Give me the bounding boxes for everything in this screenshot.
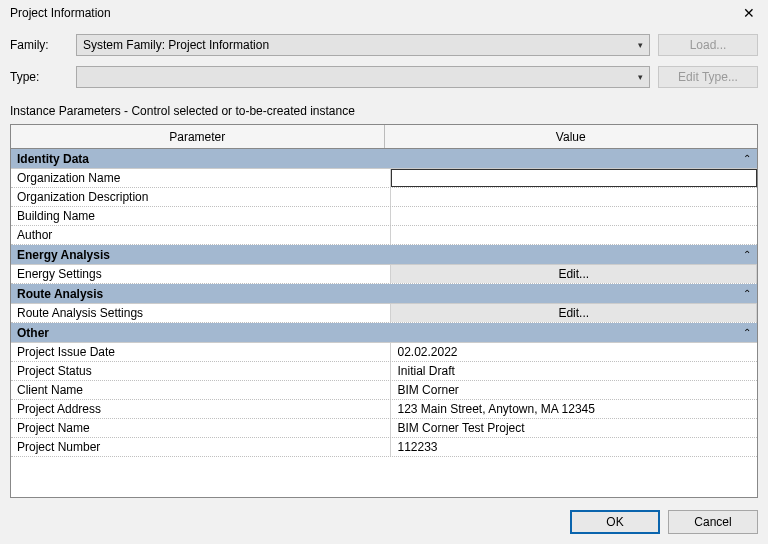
table-row: Project Issue Date 02.02.2022 [11,343,757,362]
org-desc-input[interactable] [391,188,757,206]
group-title: Other [17,326,49,340]
project-info-dialog: Project Information ✕ Family: System Fam… [0,0,768,544]
table-row: Project Name BIM Corner Test Project [11,419,757,438]
collapse-icon: ⌃ [743,327,751,338]
titlebar: Project Information ✕ [10,0,758,24]
table-row: Project Status Initial Draft [11,362,757,381]
client-input[interactable]: BIM Corner [391,381,757,399]
table-header: Parameter Value [11,125,757,149]
col-parameter: Parameter [11,125,385,148]
group-title: Energy Analysis [17,248,110,262]
param-name: Route Analysis Settings [11,304,391,322]
table-empty-space [11,457,757,497]
table-row: Project Address 123 Main Street, Anytown… [11,400,757,419]
project-number-input[interactable]: 112233 [391,438,757,456]
collapse-icon: ⌃ [743,288,751,299]
group-title: Identity Data [17,152,89,166]
energy-edit-button[interactable]: Edit... [391,265,757,283]
param-name: Building Name [11,207,391,225]
group-energy-analysis[interactable]: Energy Analysis ⌃ [11,245,757,265]
table-row: Route Analysis Settings Edit... [11,304,757,323]
table-row: Author [11,226,757,245]
param-name: Client Name [11,381,391,399]
group-identity-data[interactable]: Identity Data ⌃ [11,149,757,169]
table-row: Project Number 112233 [11,438,757,457]
table-row: Energy Settings Edit... [11,265,757,284]
load-button: Load... [658,34,758,56]
project-name-input[interactable]: BIM Corner Test Project [391,419,757,437]
col-value: Value [385,125,758,148]
param-name: Organization Name [11,169,391,187]
param-name: Organization Description [11,188,391,206]
collapse-icon: ⌃ [743,153,751,164]
dialog-footer: OK Cancel [10,498,758,544]
family-value: System Family: Project Information [83,38,269,52]
table-row: Building Name [11,207,757,226]
route-edit-button[interactable]: Edit... [391,304,757,322]
table-row: Organization Description [11,188,757,207]
type-dropdown[interactable]: ▾ [76,66,650,88]
param-name: Project Status [11,362,391,380]
issue-date-input[interactable]: 02.02.2022 [391,343,757,361]
param-name: Project Address [11,400,391,418]
instance-parameters-label: Instance Parameters - Control selected o… [10,104,758,118]
close-icon[interactable]: ✕ [740,5,758,21]
table-row: Organization Name [11,169,757,188]
address-input[interactable]: 123 Main Street, Anytown, MA 12345 [391,400,757,418]
type-row: Type: ▾ Edit Type... [10,66,758,88]
table-row: Client Name BIM Corner [11,381,757,400]
edit-type-button: Edit Type... [658,66,758,88]
dialog-title: Project Information [10,6,111,20]
chevron-down-icon: ▾ [638,40,643,50]
author-input[interactable] [391,226,757,244]
family-dropdown[interactable]: System Family: Project Information ▾ [76,34,650,56]
collapse-icon: ⌃ [743,249,751,260]
family-row: Family: System Family: Project Informati… [10,34,758,56]
type-label: Type: [10,70,68,84]
cancel-button[interactable]: Cancel [668,510,758,534]
param-name: Project Issue Date [11,343,391,361]
group-other[interactable]: Other ⌃ [11,323,757,343]
param-name: Project Name [11,419,391,437]
group-title: Route Analysis [17,287,103,301]
param-name: Project Number [11,438,391,456]
parameters-table: Parameter Value Identity Data ⌃ Organiza… [10,124,758,498]
group-route-analysis[interactable]: Route Analysis ⌃ [11,284,757,304]
param-name: Energy Settings [11,265,391,283]
param-name: Author [11,226,391,244]
building-name-input[interactable] [391,207,757,225]
status-input[interactable]: Initial Draft [391,362,757,380]
ok-button[interactable]: OK [570,510,660,534]
chevron-down-icon: ▾ [638,72,643,82]
family-label: Family: [10,38,68,52]
org-name-input[interactable] [391,169,757,187]
